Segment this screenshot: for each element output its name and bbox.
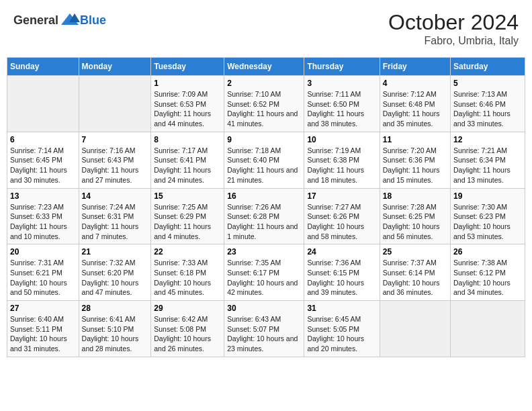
day-content: Sunrise: 7:10 AMSunset: 6:52 PMDaylight:… — [227, 89, 301, 129]
day-cell: 20Sunrise: 7:31 AMSunset: 6:21 PMDayligh… — [7, 244, 79, 301]
header-cell-wednesday: Wednesday — [224, 58, 304, 76]
day-content: Sunrise: 7:20 AMSunset: 6:36 PMDaylight:… — [383, 146, 447, 185]
day-content: Sunrise: 7:24 AMSunset: 6:31 PMDaylight:… — [82, 202, 148, 242]
day-cell: 18Sunrise: 7:28 AMSunset: 6:25 PMDayligh… — [380, 188, 450, 244]
week-row-5: 27Sunrise: 6:40 AMSunset: 5:11 PMDayligh… — [7, 301, 525, 357]
day-number: 27 — [10, 304, 76, 313]
day-content: Sunrise: 7:32 AMSunset: 6:20 PMDaylight:… — [82, 258, 148, 298]
day-cell: 31Sunrise: 6:45 AMSunset: 5:05 PMDayligh… — [304, 301, 380, 357]
day-number: 17 — [307, 191, 376, 201]
day-content: Sunrise: 6:45 AMSunset: 5:05 PMDaylight:… — [307, 314, 376, 354]
day-cell: 30Sunrise: 6:43 AMSunset: 5:07 PMDayligh… — [224, 301, 304, 357]
day-cell: 19Sunrise: 7:30 AMSunset: 6:23 PMDayligh… — [451, 188, 525, 244]
day-number: 24 — [307, 247, 376, 257]
month-title: October 2024 — [388, 10, 519, 35]
logo: General Blue — [13, 10, 106, 30]
day-cell: 27Sunrise: 6:40 AMSunset: 5:11 PMDayligh… — [7, 301, 79, 357]
day-number: 11 — [383, 135, 447, 144]
day-content: Sunrise: 7:19 AMSunset: 6:38 PMDaylight:… — [307, 146, 376, 185]
day-number: 5 — [453, 79, 522, 88]
page-header: General Blue October 2024 Fabro, Umbria,… — [7, 7, 525, 50]
week-row-3: 13Sunrise: 7:23 AMSunset: 6:33 PMDayligh… — [7, 188, 525, 244]
day-number: 21 — [82, 247, 148, 257]
day-number: 25 — [383, 247, 447, 257]
logo-icon — [60, 10, 80, 30]
week-row-1: 1Sunrise: 7:09 AMSunset: 6:53 PMDaylight… — [7, 76, 525, 132]
day-cell: 17Sunrise: 7:27 AMSunset: 6:26 PMDayligh… — [304, 188, 380, 244]
day-content: Sunrise: 7:23 AMSunset: 6:33 PMDaylight:… — [10, 202, 76, 242]
day-cell: 14Sunrise: 7:24 AMSunset: 6:31 PMDayligh… — [79, 188, 151, 244]
day-cell: 21Sunrise: 7:32 AMSunset: 6:20 PMDayligh… — [79, 244, 151, 301]
day-cell: 10Sunrise: 7:19 AMSunset: 6:38 PMDayligh… — [304, 132, 380, 188]
day-cell: 29Sunrise: 6:42 AMSunset: 5:08 PMDayligh… — [151, 301, 224, 357]
day-content: Sunrise: 7:28 AMSunset: 6:25 PMDaylight:… — [383, 202, 447, 242]
day-cell: 28Sunrise: 6:41 AMSunset: 5:10 PMDayligh… — [79, 301, 151, 357]
day-cell: 4Sunrise: 7:12 AMSunset: 6:48 PMDaylight… — [380, 76, 450, 132]
day-cell: 1Sunrise: 7:09 AMSunset: 6:53 PMDaylight… — [151, 76, 224, 132]
day-number: 28 — [82, 304, 148, 313]
day-cell: 3Sunrise: 7:11 AMSunset: 6:50 PMDaylight… — [304, 76, 380, 132]
day-cell: 24Sunrise: 7:36 AMSunset: 6:15 PMDayligh… — [304, 244, 380, 301]
day-number: 6 — [10, 135, 76, 144]
header-cell-sunday: Sunday — [7, 58, 79, 76]
day-cell: 15Sunrise: 7:25 AMSunset: 6:29 PMDayligh… — [151, 188, 224, 244]
day-content: Sunrise: 6:40 AMSunset: 5:11 PMDaylight:… — [10, 314, 76, 354]
day-content: Sunrise: 6:43 AMSunset: 5:07 PMDaylight:… — [227, 314, 301, 354]
week-row-2: 6Sunrise: 7:14 AMSunset: 6:45 PMDaylight… — [7, 132, 525, 188]
day-content: Sunrise: 7:11 AMSunset: 6:50 PMDaylight:… — [307, 89, 376, 129]
day-content: Sunrise: 7:12 AMSunset: 6:48 PMDaylight:… — [383, 89, 447, 129]
location-title: Fabro, Umbria, Italy — [388, 35, 519, 47]
day-content: Sunrise: 7:36 AMSunset: 6:15 PMDaylight:… — [307, 258, 376, 298]
day-cell: 26Sunrise: 7:38 AMSunset: 6:12 PMDayligh… — [451, 244, 525, 301]
header-cell-tuesday: Tuesday — [151, 58, 224, 76]
day-cell: 6Sunrise: 7:14 AMSunset: 6:45 PMDaylight… — [7, 132, 79, 188]
logo-general-text: General — [13, 13, 58, 28]
day-content: Sunrise: 6:42 AMSunset: 5:08 PMDaylight:… — [154, 314, 221, 354]
day-cell — [7, 76, 79, 132]
day-cell: 22Sunrise: 7:33 AMSunset: 6:18 PMDayligh… — [151, 244, 224, 301]
day-content: Sunrise: 7:14 AMSunset: 6:45 PMDaylight:… — [10, 146, 76, 185]
day-number: 29 — [154, 304, 221, 313]
logo-blue-text: Blue — [80, 13, 106, 28]
day-number: 18 — [383, 191, 447, 201]
day-content: Sunrise: 7:18 AMSunset: 6:40 PMDaylight:… — [227, 146, 301, 185]
day-cell: 11Sunrise: 7:20 AMSunset: 6:36 PMDayligh… — [380, 132, 450, 188]
day-cell — [451, 301, 525, 357]
day-content: Sunrise: 7:21 AMSunset: 6:34 PMDaylight:… — [453, 146, 522, 185]
day-content: Sunrise: 7:30 AMSunset: 6:23 PMDaylight:… — [453, 202, 522, 242]
day-number: 23 — [227, 247, 301, 257]
day-content: Sunrise: 7:16 AMSunset: 6:43 PMDaylight:… — [82, 146, 148, 185]
day-cell: 12Sunrise: 7:21 AMSunset: 6:34 PMDayligh… — [451, 132, 525, 188]
day-number: 20 — [10, 247, 76, 257]
day-number: 10 — [307, 135, 376, 144]
day-number: 3 — [307, 79, 376, 88]
day-number: 4 — [383, 79, 447, 88]
day-number: 12 — [453, 135, 522, 144]
day-cell — [380, 301, 450, 357]
day-cell — [79, 76, 151, 132]
header-cell-monday: Monday — [79, 58, 151, 76]
title-block: October 2024 Fabro, Umbria, Italy — [388, 10, 519, 47]
day-content: Sunrise: 7:37 AMSunset: 6:14 PMDaylight:… — [383, 258, 447, 298]
day-cell: 8Sunrise: 7:17 AMSunset: 6:41 PMDaylight… — [151, 132, 224, 188]
header-cell-saturday: Saturday — [451, 58, 525, 76]
day-content: Sunrise: 7:17 AMSunset: 6:41 PMDaylight:… — [154, 146, 221, 185]
header-row: SundayMondayTuesdayWednesdayThursdayFrid… — [7, 58, 525, 76]
day-number: 15 — [154, 191, 221, 201]
day-cell: 7Sunrise: 7:16 AMSunset: 6:43 PMDaylight… — [79, 132, 151, 188]
day-content: Sunrise: 6:41 AMSunset: 5:10 PMDaylight:… — [82, 314, 148, 354]
day-content: Sunrise: 7:38 AMSunset: 6:12 PMDaylight:… — [453, 258, 522, 298]
day-cell: 23Sunrise: 7:35 AMSunset: 6:17 PMDayligh… — [224, 244, 304, 301]
day-number: 2 — [227, 79, 301, 88]
day-number: 19 — [453, 191, 522, 201]
day-number: 8 — [154, 135, 221, 144]
day-content: Sunrise: 7:27 AMSunset: 6:26 PMDaylight:… — [307, 202, 376, 242]
day-number: 22 — [154, 247, 221, 257]
day-content: Sunrise: 7:26 AMSunset: 6:28 PMDaylight:… — [227, 202, 301, 242]
calendar-table: SundayMondayTuesdayWednesdayThursdayFrid… — [7, 57, 525, 357]
day-content: Sunrise: 7:31 AMSunset: 6:21 PMDaylight:… — [10, 258, 76, 298]
day-content: Sunrise: 7:13 AMSunset: 6:46 PMDaylight:… — [453, 89, 522, 129]
day-number: 1 — [154, 79, 221, 88]
day-number: 30 — [227, 304, 301, 313]
day-cell: 25Sunrise: 7:37 AMSunset: 6:14 PMDayligh… — [380, 244, 450, 301]
